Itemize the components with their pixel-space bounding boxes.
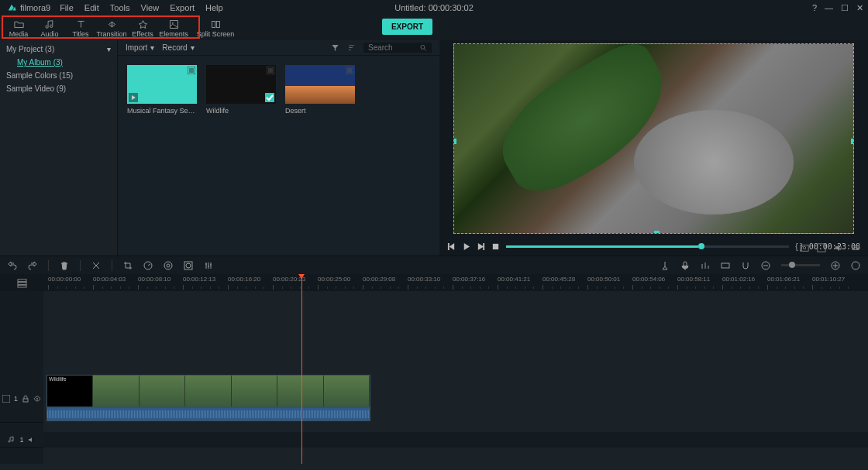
delete-icon[interactable] [60,261,69,270]
svg-rect-23 [17,279,26,281]
tab-splitscreen[interactable]: Split Screen [195,17,236,40]
greenscreen-icon[interactable] [184,261,193,270]
resize-handle[interactable] [453,139,456,144]
redo-icon[interactable] [28,261,37,270]
media-clip[interactable]: Wildlife [206,65,276,115]
seek-bar[interactable] [506,245,789,248]
zoom-in-icon[interactable] [831,261,840,270]
sidebar-item-myalbum[interactable]: My Album (3) [0,56,117,69]
crop-icon[interactable] [123,261,133,270]
clip-menu-icon[interactable] [267,67,274,74]
audio-track-head[interactable]: 1 [0,432,43,448]
resize-handle[interactable] [654,231,660,234]
lock-icon[interactable] [22,395,29,403]
menu-export[interactable]: Export [170,3,195,12]
export-button[interactable]: EXPORT [382,19,432,35]
zoom-fit-icon[interactable] [851,261,860,270]
help-icon[interactable]: ? [812,3,817,13]
zoom-slider[interactable] [781,264,820,266]
ruler-tick: 00:00:16:20 [228,276,260,283]
stop-icon[interactable] [491,242,500,251]
chevron-down-icon: ▾ [191,43,195,52]
tab-audio[interactable]: Audio [34,17,65,40]
timeline-tracks[interactable] [43,291,868,464]
menu-tools[interactable]: Tools [110,3,130,12]
close-icon[interactable]: ✕ [856,3,863,13]
menu-edit[interactable]: Edit [84,3,99,12]
timeline-clip-audio[interactable] [46,407,370,421]
menu-file[interactable]: File [60,3,74,12]
tab-elements[interactable]: Elements [158,17,189,40]
color-icon[interactable] [164,261,173,270]
tab-media[interactable]: Media [3,17,34,40]
adjust-icon[interactable] [204,261,213,270]
audio-track[interactable] [43,432,868,448]
clip-menu-icon[interactable] [188,67,195,74]
svg-rect-12 [818,244,825,252]
main-menu: File Edit Tools View Export Help [60,3,222,12]
settings-icon[interactable] [851,243,860,252]
splitscreen-icon [211,19,221,29]
timeline-clip[interactable] [46,375,370,407]
media-clip[interactable]: Desert [285,65,355,115]
maximize-icon[interactable]: ☐ [841,3,849,13]
ruler-tick: 00:00:04:03 [93,276,126,283]
svg-rect-19 [722,263,729,268]
prev-frame-icon[interactable] [447,242,456,251]
sort-icon[interactable] [347,43,356,52]
playhead[interactable] [301,274,302,464]
volume-icon[interactable] [834,243,843,252]
app-logo: filmora9 [6,2,50,13]
video-track-head[interactable]: 1 [0,375,43,423]
check-icon [265,93,274,102]
eye-icon[interactable] [33,395,41,403]
snapshot-icon[interactable] [800,243,809,252]
snap-icon[interactable] [741,261,750,270]
timeline-ruler[interactable]: 00:00:00:0000:00:04:0300:00:08:1000:00:1… [43,274,868,291]
filter-icon[interactable] [331,43,339,52]
tab-titles[interactable]: Titles [65,17,96,40]
import-dropdown[interactable]: Import▾ [126,43,154,52]
zoom-out-icon[interactable] [761,261,770,270]
chevron-down-icon: ▾ [107,45,111,53]
preview-image[interactable] [453,43,854,234]
menu-help[interactable]: Help [205,3,223,12]
mute-icon[interactable] [28,436,36,444]
record-dropdown[interactable]: Record▾ [162,43,194,52]
ruler-tick: 00:00:25:00 [318,276,350,283]
marker-icon[interactable] [660,261,670,270]
mixer-icon[interactable] [701,261,710,270]
sidebar-item-myproject[interactable]: My Project (3)▾ [0,43,117,56]
ruler-tick: 00:00:58:11 [677,276,710,283]
undo-icon[interactable] [8,261,17,270]
search-box[interactable] [363,43,432,53]
play-icon[interactable] [462,242,470,251]
track-manager-icon[interactable] [17,278,27,288]
media-clip[interactable]: Musical Fantasy Set Film... [127,65,197,115]
menu-view[interactable]: View [141,3,160,12]
svg-rect-27 [23,399,28,402]
minimize-icon[interactable]: — [825,3,833,13]
text-icon [76,19,86,29]
split-icon[interactable] [91,261,101,270]
speed-icon[interactable] [143,261,153,270]
app-name: filmora9 [20,3,50,12]
tab-transition[interactable]: Transition [96,17,127,40]
transition-icon [107,19,117,29]
resize-handle[interactable] [851,139,854,144]
svg-point-15 [167,264,170,267]
svg-point-4 [421,45,425,49]
mic-icon[interactable] [680,261,690,270]
clip-menu-icon[interactable] [346,67,353,74]
ruler-tick: 00:00:33:10 [408,276,440,283]
sidebar-item-samplecolors[interactable]: Sample Colors (15) [0,69,117,82]
fullscreen-icon[interactable] [817,243,826,252]
sidebar-item-samplevideo[interactable]: Sample Video (9) [0,82,117,95]
next-frame-icon[interactable] [477,242,485,251]
render-icon[interactable] [721,261,730,270]
ruler-tick: 00:00:08:10 [138,276,170,283]
svg-point-1 [172,22,174,24]
search-input[interactable] [368,43,415,52]
tab-effects[interactable]: Effects [127,17,158,40]
ruler-tick: 00:01:06:21 [767,276,800,283]
